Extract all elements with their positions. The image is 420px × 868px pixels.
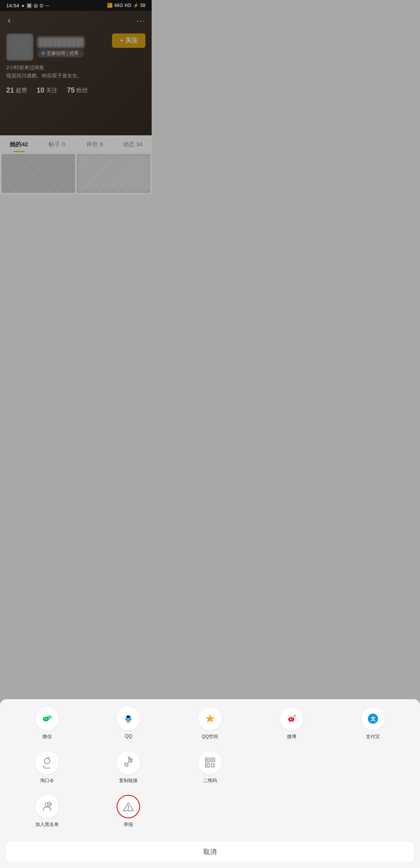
sheet-overlay[interactable] <box>0 0 152 316</box>
